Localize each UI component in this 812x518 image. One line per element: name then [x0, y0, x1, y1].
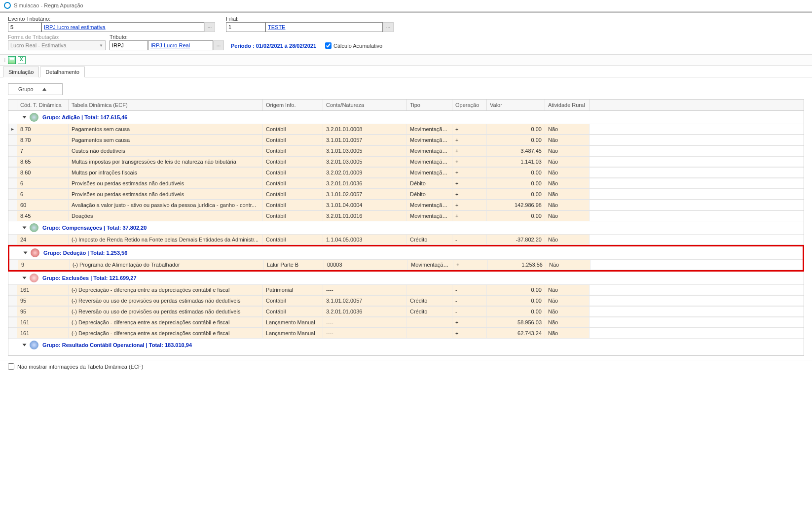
hide-ecf-checkbox[interactable]: [8, 363, 14, 370]
expand-icon[interactable]: [23, 227, 27, 229]
table-row[interactable]: 8.65Multas impostas por transgressões de…: [8, 156, 804, 167]
calc-acumulativo-input[interactable]: [325, 42, 332, 49]
evento-lookup-button[interactable]: ...: [204, 22, 215, 32]
grid: Cód. T. Dinâmica Tabela Dinâmica (ECF) O…: [8, 99, 804, 356]
cell-rural: Não: [545, 285, 590, 295]
grid-header: Cód. T. Dinâmica Tabela Dinâmica (ECF) O…: [8, 100, 804, 111]
group-row-resultado[interactable]: Grupo: Resultado Contábil Operacional | …: [8, 339, 804, 355]
evento-code-input[interactable]: [8, 22, 41, 32]
cell-tipo: Movimentação...: [407, 168, 452, 177]
filial-code-input[interactable]: [226, 22, 265, 32]
cell-origem: Lalur Parte B: [264, 260, 324, 270]
expand-icon[interactable]: [23, 344, 27, 346]
cell-origem: Contábil: [263, 189, 323, 199]
header-operacao[interactable]: Operação: [452, 100, 487, 110]
tab-simulacao[interactable]: Simulação: [3, 67, 39, 77]
cell-tipo: [407, 328, 452, 338]
expand-icon[interactable]: [23, 116, 27, 119]
cell-rural: Não: [545, 168, 590, 177]
cell-cod: 6: [17, 189, 69, 199]
cell-origem: Contábil: [263, 135, 323, 145]
save-icon[interactable]: [8, 56, 16, 64]
table-row[interactable]: 95(-) Reversão ou uso de provisões ou pe…: [8, 306, 804, 317]
group-row-adicao[interactable]: Grupo: Adição | Total: 147.615,46: [8, 111, 804, 124]
table-row[interactable]: 8.60Multas por infrações fiscaisContábil…: [8, 167, 804, 178]
filial-lookup-button[interactable]: ...: [383, 22, 394, 32]
cell-tabela: (-) Reversão ou uso de provisões ou perd…: [69, 307, 263, 316]
forma-select[interactable]: Lucro Real - Estimativa ▼: [8, 40, 106, 50]
header-valor[interactable]: Valor: [487, 100, 545, 110]
table-row[interactable]: ▸8.70Pagamentos sem causaContábil3.2.01.…: [8, 124, 804, 135]
cell-origem: Contábil: [263, 296, 323, 306]
cell-rural: Não: [545, 317, 590, 327]
header-tipo[interactable]: Tipo: [407, 100, 452, 110]
cell-operacao: +: [452, 124, 487, 134]
cell-conta: 3.2.01.01.0036: [323, 307, 407, 316]
cell-conta: 3.1.01.02.0057: [323, 296, 407, 306]
forma-value: Lucro Real - Estimativa: [10, 42, 67, 48]
tab-detalhamento[interactable]: Detalhamento: [40, 67, 85, 77]
cell-cod: 161: [17, 317, 69, 327]
chevron-down-icon: ▼: [99, 43, 103, 48]
table-row[interactable]: 161(-) Depreciação - diferença entre as …: [8, 317, 804, 328]
cell-tipo: [407, 317, 452, 327]
cell-tabela: (-) Depreciação - diferença entre as dep…: [69, 328, 263, 338]
table-row[interactable]: 6Provisões ou perdas estimadas não dedut…: [8, 178, 804, 189]
group-deducao-label: Grupo: Dedução | Total: 1.253,56: [43, 250, 127, 256]
table-row[interactable]: 60Avaliação a valor justo - ativo ou pas…: [8, 200, 804, 210]
cell-origem: Lançamento Manual: [263, 328, 323, 338]
table-row[interactable]: 7Custos não dedutíveisContábil3.1.01.03.…: [8, 145, 804, 156]
cell-tipo: Movimentação...: [407, 146, 452, 156]
cell-valor: 142.986,98: [487, 200, 545, 210]
filial-link[interactable]: TESTE: [268, 24, 285, 30]
table-row[interactable]: 9(-) Programa de Alimentação do Trabalha…: [9, 259, 803, 270]
cell-conta: 3.2.02.01.0009: [323, 168, 407, 177]
row-marker: [9, 260, 18, 270]
calc-acumulativo-checkbox[interactable]: Cálculo Acumulativo: [325, 42, 382, 50]
table-row[interactable]: 95(-) Reversão ou uso de provisões ou pe…: [8, 295, 804, 306]
cell-valor: 1.141,03: [487, 157, 545, 167]
toolbar: ⁞: [0, 54, 812, 66]
cell-valor: 0,00: [487, 211, 545, 221]
cell-operacao: +: [452, 135, 487, 145]
tributo-code-input[interactable]: [110, 40, 148, 50]
header-origem[interactable]: Origem Info.: [263, 100, 323, 110]
cell-valor: 1.253,56: [488, 260, 546, 270]
cell-valor: -37.802,20: [487, 235, 545, 244]
cell-origem: Contábil: [263, 211, 323, 221]
cell-origem: Contábil: [263, 168, 323, 177]
table-row[interactable]: 8.70Pagamentos sem causaContábil3.1.01.0…: [8, 135, 804, 145]
table-row[interactable]: 8.45DoaçõesContábil3.2.01.01.0016Movimen…: [8, 210, 804, 221]
cell-origem: Contábil: [263, 157, 323, 167]
table-row[interactable]: 24(-) Imposto de Renda Retido na Fonte p…: [8, 234, 804, 245]
header-conta[interactable]: Conta/Natureza: [323, 100, 407, 110]
table-row[interactable]: 6Provisões ou perdas estimadas não dedut…: [8, 189, 804, 200]
group-row-compensacoes[interactable]: Grupo: Compensações | Total: 37.802,20: [8, 221, 804, 234]
filial-label: Filial:: [226, 16, 394, 22]
excel-export-icon[interactable]: [18, 56, 26, 64]
cell-rural: Não: [546, 260, 591, 270]
expand-icon[interactable]: [23, 277, 27, 279]
cell-operacao: +: [452, 146, 487, 156]
cell-cod: 8.70: [17, 135, 69, 145]
footer: Não mostrar informações da Tabela Dinâmi…: [0, 360, 812, 373]
header-rural[interactable]: Atividade Rural: [545, 100, 590, 110]
header-tabela[interactable]: Tabela Dinâmica (ECF): [69, 100, 263, 110]
group-adicao-icon: [30, 113, 38, 122]
group-row-exclusoes[interactable]: Grupo: Exclusões | Total: 121.699,27: [8, 272, 804, 284]
tributo-lookup-button[interactable]: ...: [213, 40, 224, 50]
table-row[interactable]: 161(-) Depreciação - diferença entre as …: [8, 328, 804, 339]
tributo-link[interactable]: IRPJ Lucro Real: [150, 42, 190, 48]
cell-cod: 60: [17, 200, 69, 210]
cell-conta: 00003: [324, 260, 408, 270]
cell-valor: 0,00: [487, 124, 545, 134]
expand-icon[interactable]: [24, 252, 28, 254]
table-row[interactable]: 161(-) Depreciação - diferença entre as …: [8, 284, 804, 295]
evento-link[interactable]: IRPJ lucro real estimativa: [44, 24, 106, 30]
row-marker: [8, 146, 17, 156]
cell-conta: 3.2.01.03.0005: [323, 157, 407, 167]
group-row-deducao[interactable]: Grupo: Dedução | Total: 1.253,56: [8, 245, 804, 259]
form-header: Evento Tributário: IRPJ lucro real estim…: [0, 13, 812, 54]
group-by-pill[interactable]: Grupo: [8, 83, 63, 95]
header-cod[interactable]: Cód. T. Dinâmica: [17, 100, 69, 110]
